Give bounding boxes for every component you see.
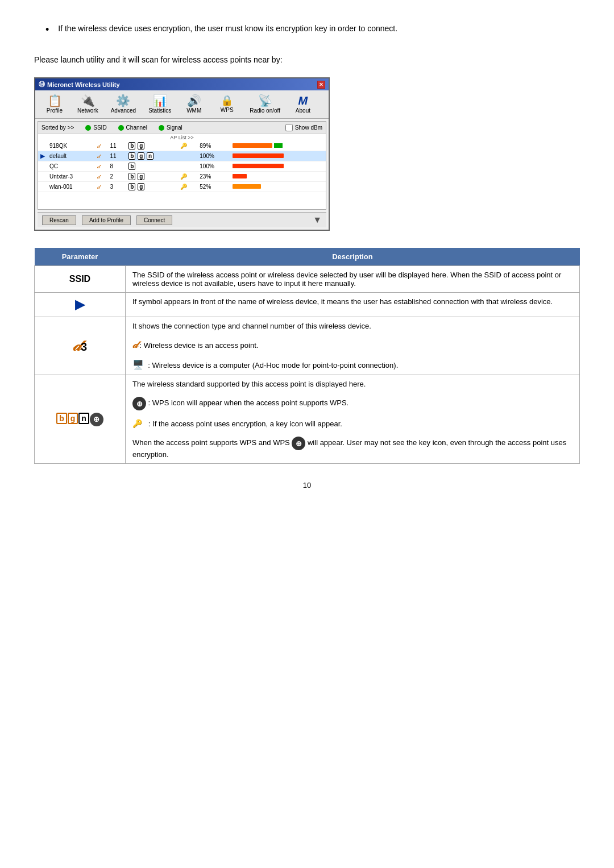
tab-wmm[interactable]: 🔊 WMM xyxy=(179,93,209,116)
rescan-button[interactable]: Rescan xyxy=(42,215,76,225)
wps-inline-icon: ⊕ xyxy=(292,437,305,450)
param-header: Parameter xyxy=(35,248,126,266)
wu-title-text: Micronet Wireless Utility xyxy=(47,81,120,88)
connection-icon: 𝒹 xyxy=(73,337,81,354)
tag-b: b xyxy=(128,173,135,180)
tag-g-large: g xyxy=(68,413,78,424)
network-icon: 🔌 xyxy=(81,95,95,106)
tab-wps-label: WPS xyxy=(221,107,234,113)
table-row[interactable]: Untxtar-3 𝒹 2 b g 🔑 23% xyxy=(38,172,326,182)
network-channel: 3 xyxy=(108,182,127,192)
network-channel-icon: 𝒹 xyxy=(95,172,107,182)
network-channel-icon: 𝒹 xyxy=(95,182,107,192)
network-ssid: default xyxy=(47,151,95,161)
param-connection-desc: It shows the connection type and channel… xyxy=(126,317,580,375)
tab-statistics[interactable]: 📊 Statistics xyxy=(144,93,176,116)
tag-b: b xyxy=(128,142,135,149)
signal-dot xyxy=(159,125,164,131)
statistics-icon: 📊 xyxy=(153,95,167,106)
tab-statistics-label: Statistics xyxy=(148,107,171,114)
tab-network[interactable]: 🔌 Network xyxy=(73,93,103,116)
channel-filter-label: Channel xyxy=(126,124,147,131)
advanced-icon: ⚙️ xyxy=(116,95,130,106)
network-signal-pct: 89% xyxy=(197,141,230,151)
channel-filter[interactable]: Channel xyxy=(118,124,147,131)
ssid-filter-label: SSID xyxy=(93,124,106,131)
add-to-profile-button[interactable]: Add to Profile xyxy=(82,215,131,225)
wps-large-icon: ⊕ xyxy=(90,413,103,426)
tag-b: b xyxy=(128,163,135,170)
page-number: 10 xyxy=(34,481,580,489)
network-key: 🔑 xyxy=(178,141,197,151)
wu-window: Ⓜ Micronet Wireless Utility ✕ 📋 Profile … xyxy=(34,77,330,231)
tab-about[interactable]: M About xyxy=(288,93,318,116)
sorted-by: Sorted by >> xyxy=(42,124,74,131)
param-row-ssid: SSID The SSID of the wireless access poi… xyxy=(35,266,580,293)
table-row[interactable]: ▶ default 𝒹 11 b g n 100% xyxy=(38,151,326,161)
tab-advanced[interactable]: ⚙️ Advanced xyxy=(106,93,140,116)
radio-icon: 📡 xyxy=(258,95,272,106)
wps-desc-icon: ⊕ xyxy=(132,397,146,410)
bullet-text: If the wireless device uses encryption, … xyxy=(58,23,397,37)
signal-filter-label: Signal xyxy=(167,124,182,131)
param-standards-desc: The wireless standard supported by this … xyxy=(126,375,580,464)
ssid-filter[interactable]: SSID xyxy=(85,124,106,131)
network-key: 🔑 xyxy=(178,182,197,192)
channel-dot xyxy=(118,125,124,131)
wu-content: Sorted by >> SSID Channel Signal Show dB… xyxy=(38,121,326,210)
wu-filter-bar: Sorted by >> SSID Channel Signal Show dB… xyxy=(38,122,326,134)
tag-n: n xyxy=(147,152,154,160)
tab-about-label: About xyxy=(296,107,310,114)
network-signal-pct: 100% xyxy=(197,151,230,161)
network-channel-icon: 𝒹 xyxy=(95,141,107,151)
wu-close-button[interactable]: ✕ xyxy=(317,81,325,89)
param-row-connection: 𝒹3 It shows the connection type and chan… xyxy=(35,317,580,375)
intro-text: Please launch utility and it will scan f… xyxy=(34,54,580,66)
network-channel-icon: 𝒹 xyxy=(95,161,107,172)
show-dbm-filter[interactable]: Show dBm xyxy=(285,124,322,131)
param-standards-icons: bgn⊕ xyxy=(56,414,103,423)
ssid-dot xyxy=(85,125,91,131)
table-row[interactable]: QC 𝒹 8 b 100% xyxy=(38,161,326,172)
scrollbar-down[interactable]: ▼ xyxy=(313,215,322,225)
network-signal-pct: 100% xyxy=(197,161,230,172)
connected-arrow: ▶ xyxy=(40,153,45,159)
tag-b: b xyxy=(128,183,135,190)
network-channel-icon: 𝒹 xyxy=(95,151,107,161)
wps-icon: 🔒 xyxy=(221,95,233,106)
show-dbm-checkbox[interactable] xyxy=(285,124,293,131)
param-row-standards: bgn⊕ The wireless standard supported by … xyxy=(35,375,580,464)
param-ssid-label: SSID xyxy=(69,274,90,284)
table-row[interactable]: 918QK 𝒹 11 b g 🔑 89% xyxy=(38,141,326,151)
network-table: 918QK 𝒹 11 b g 🔑 89% ▶ xyxy=(38,141,326,192)
wu-toolbar: 📋 Profile 🔌 Network ⚙️ Advanced 📊 Statis… xyxy=(35,90,329,119)
param-ssid-desc: The SSID of the wireless access point or… xyxy=(126,266,580,293)
adhoc-icon: 🖥️ xyxy=(132,360,144,369)
tab-wps[interactable]: 🔒 WPS xyxy=(212,93,242,115)
tab-wmm-label: WMM xyxy=(186,107,201,114)
desc-header: Description xyxy=(126,248,580,266)
network-signal-bar xyxy=(230,172,326,182)
table-row[interactable]: wlan-001 𝒹 3 b g 🔑 52% xyxy=(38,182,326,192)
network-ssid: Untxtar-3 xyxy=(47,172,95,182)
bullet-item: • If the wireless device uses encryption… xyxy=(45,23,580,37)
wu-title-icon: Ⓜ xyxy=(39,80,45,89)
param-row-arrow: ▶ If symbol appears in front of the name… xyxy=(35,293,580,317)
network-ssid: QC xyxy=(47,161,95,172)
signal-filter[interactable]: Signal xyxy=(159,124,182,131)
network-key: 🔑 xyxy=(178,172,197,182)
tab-radio[interactable]: 📡 Radio on/off xyxy=(245,93,285,116)
tab-profile[interactable]: 📋 Profile xyxy=(40,93,69,116)
bullet-dot: • xyxy=(45,23,49,37)
network-channel: 8 xyxy=(108,161,127,172)
wu-title-left: Ⓜ Micronet Wireless Utility xyxy=(39,80,120,89)
network-signal-bar xyxy=(230,141,326,151)
tab-advanced-label: Advanced xyxy=(111,107,136,114)
network-signal-pct: 52% xyxy=(197,182,230,192)
connect-button[interactable]: Connect xyxy=(136,215,172,225)
tag-g: g xyxy=(138,183,144,190)
tab-profile-label: Profile xyxy=(47,107,63,114)
network-signal-bar xyxy=(230,161,326,172)
tag-b: b xyxy=(128,152,135,160)
network-channel: 11 xyxy=(108,151,127,161)
